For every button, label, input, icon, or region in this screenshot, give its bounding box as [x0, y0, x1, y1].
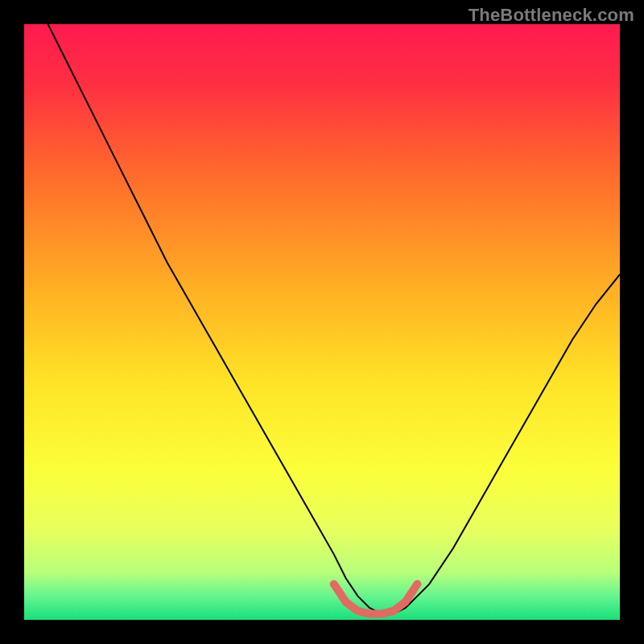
chart-container: TheBottleneck.com — [0, 0, 644, 644]
plot-area — [24, 24, 620, 620]
gradient-background — [24, 24, 620, 620]
watermark-label: TheBottleneck.com — [469, 5, 634, 26]
chart-svg — [24, 24, 620, 620]
